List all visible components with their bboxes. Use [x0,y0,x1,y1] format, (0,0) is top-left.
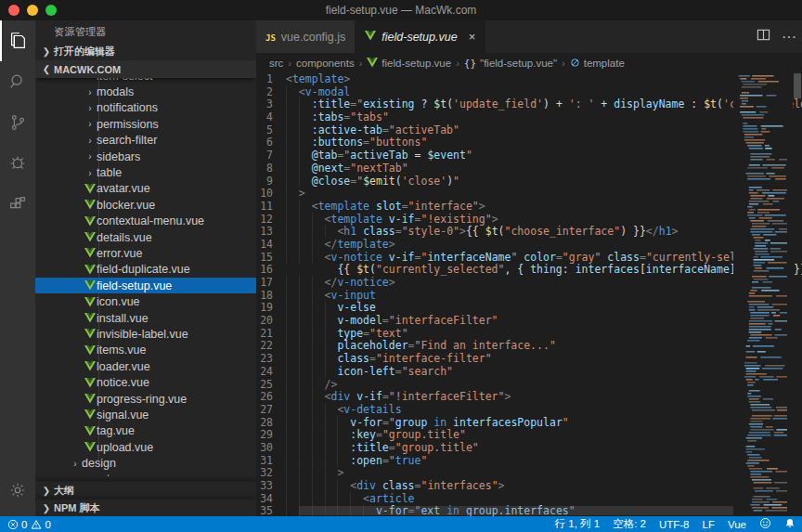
tree-item-invisible-label.vue[interactable]: invisible-label.vue [35,326,256,342]
tree-item-install.vue[interactable]: install.vue [35,310,256,326]
tree-item-items.vue[interactable]: items.vue [35,343,256,358]
run-debug-icon[interactable] [0,143,35,184]
npm-scripts-section[interactable]: ❯ NPM 脚本 [35,499,256,516]
status-item-4[interactable]: LF [696,519,721,530]
status-item-1[interactable]: 行 1, 列 1 [549,517,607,531]
breadcrumb-item-5[interactable]: template [570,58,625,70]
extensions-icon[interactable] [0,184,35,225]
tab-field-setup.vue[interactable]: field-setup.vue× [356,20,485,53]
tree-item-modals[interactable]: ›modals [35,84,256,99]
chevron-right-icon: › [84,78,97,81]
zoom-window-button[interactable] [45,5,57,16]
tree-item-loader.vue[interactable]: loader.vue [35,358,256,374]
code-text: @next="nextTab" [286,162,408,175]
tree-item-upload.vue[interactable]: upload.vue [35,439,256,455]
code-text: placeholder="Find an interface..." [286,340,556,353]
tree-item-notifications[interactable]: ›notifications [35,100,256,116]
code-line-21: 21 type="text" [256,328,802,341]
line-number: 31 [256,455,286,468]
code-line-33: 33 <div class="interfaces"> [256,480,802,493]
chevron-right-icon: ❯ [39,503,54,513]
tree-item-error.vue[interactable]: error.vue [35,245,256,261]
explorer-icon[interactable] [0,20,35,61]
code-text: type="text" [286,328,408,341]
tree-item-permissions[interactable]: ›permissions [35,116,256,132]
tree-item-progress-ring.vue[interactable]: progress-ring.vue [35,391,256,407]
tree-item-field-duplicate.vue[interactable]: field-duplicate.vue [35,262,256,278]
chevron-right-icon: › [456,58,459,69]
line-number: 13 [256,226,286,239]
code-text: :key="group.title" [286,429,466,442]
status-item-3[interactable]: UTF-8 [653,519,696,530]
tree-item-label: table [97,166,122,179]
tree-item-sidebars[interactable]: ›sidebars [35,149,256,164]
close-icon[interactable]: × [469,30,476,44]
line-number: 7 [256,149,286,162]
tree-item-contextual-menu.vue[interactable]: contextual-menu.vue [35,214,256,229]
tree-item-field-setup.vue[interactable]: field-setup.vue [35,278,256,293]
feedback-smiley-icon[interactable] [753,517,778,531]
code-text: </v-notice> [286,277,395,290]
vue-file-icon [84,280,97,291]
tree-item-design[interactable]: ›design [35,455,256,471]
tree-item-label: field-duplicate.vue [97,263,190,276]
tree-item-blocker.vue[interactable]: blocker.vue [35,197,256,213]
code-text: /> [286,379,337,392]
code-text: > [286,467,343,480]
line-number: 23 [256,353,286,366]
line-number: 3 [256,98,286,111]
breadcrumb-label: template [584,58,625,69]
code-line-19: 19 v-else [256,302,802,315]
tree-item-search-filter[interactable]: ›search-filter [35,133,256,149]
line-number: 20 [256,315,286,328]
vertical-scrollbar[interactable] [793,73,802,516]
minimize-window-button[interactable] [27,5,38,16]
tree-item-tag.vue[interactable]: tag.vue [35,423,256,439]
problems-warnings[interactable]: 0 [31,519,50,530]
file-tree: ›item-select›modals›notifications›permis… [35,78,256,476]
split-editor-icon[interactable] [757,28,770,45]
tree-item-events[interactable]: ›events [35,472,256,476]
chevron-right-icon: › [84,151,97,162]
tree-item-label: contextual-menu.vue [97,214,204,227]
tree-item-table[interactable]: ›table [35,164,256,180]
breadcrumb-item-2[interactable]: components [296,58,355,69]
minimap[interactable] [733,73,793,516]
tree-item-details.vue[interactable]: details.vue [35,229,256,245]
settings-gear-icon[interactable] [0,470,35,511]
outline-section[interactable]: ❯ 大纲 [35,481,256,499]
code-line-31: 31 :open="true" [256,455,802,468]
line-number: 27 [256,404,286,417]
tree-item-signal.vue[interactable]: signal.vue [35,407,256,422]
search-icon[interactable] [0,61,35,102]
notifications-bell-icon[interactable] [778,517,802,531]
status-item-2[interactable]: 空格: 2 [606,517,653,531]
source-control-icon[interactable] [0,102,35,143]
window-title: field-setup.vue — MacWk.com [326,4,477,17]
tree-item-icon.vue[interactable]: icon.vue [35,293,256,309]
code-editor[interactable]: 1<template>2 <v-modal3 :title="existing … [256,73,802,516]
breadcrumb-item-3[interactable]: field-setup.vue [367,58,451,70]
code-text: <div v-if="!interfaceFilter"> [286,391,511,404]
tree-item-label: progress-ring.vue [97,393,187,406]
more-actions-icon[interactable]: ··· [782,29,796,45]
breadcrumb-item-1[interactable]: src [269,58,283,69]
code-line-25: 25 /> [256,379,802,392]
scrollbar-thumb[interactable] [794,73,801,98]
status-item-5[interactable]: Vue [721,519,753,530]
code-line-34: 34 <article [256,493,802,506]
tree-item-notice.vue[interactable]: notice.vue [35,374,256,390]
problems-errors[interactable]: 0 [7,519,27,530]
breadcrumb-item-4[interactable]: {}"field-setup.vue" [464,58,557,70]
tree-item-label: notifications [97,101,158,114]
close-window-button[interactable] [8,5,19,16]
chevron-right-icon: ❯ [39,46,54,57]
code-line-11: 11 <template slot="interface"> [256,201,802,214]
open-editors-section[interactable]: ❯ 打开的编辑器 [35,43,256,60]
project-section[interactable]: ❮︎ MACWK.COM [35,60,256,78]
horizontal-scrollbar[interactable] [299,506,733,515]
npm-scripts-label: NPM 脚本 [54,501,100,515]
tab-label: field-setup.vue [382,31,457,44]
tree-item-avatar.vue[interactable]: avatar.vue [35,181,256,197]
tab-vue.config.js[interactable]: JSvue.config.js [256,20,356,53]
